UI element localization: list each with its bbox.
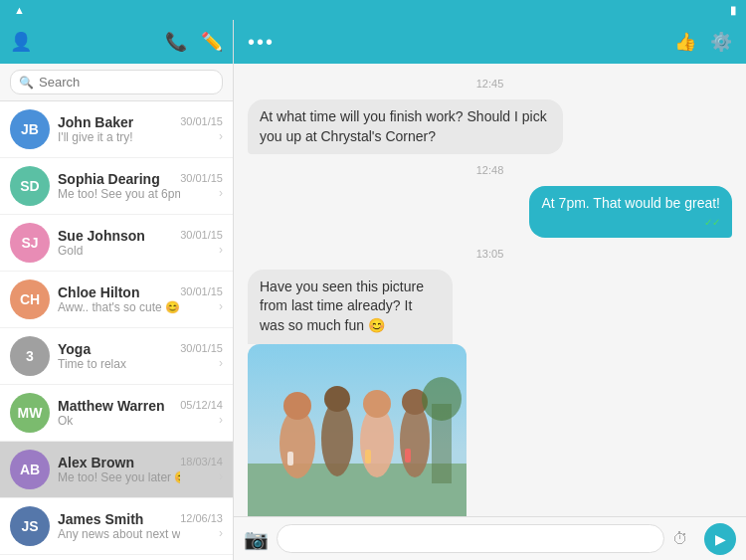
contact-name: John Baker — [58, 114, 180, 130]
contact-meta: 30/01/15 › — [180, 342, 223, 370]
wifi-icon: ▲ — [14, 4, 25, 16]
contact-name: Chloe Hilton — [58, 284, 180, 300]
call-icon[interactable]: 📞 — [165, 31, 187, 53]
message-timestamp: 12:45 — [248, 78, 732, 90]
contact-name: Yoga — [58, 341, 180, 357]
search-input[interactable] — [39, 75, 214, 90]
contact-preview: Aww.. that's so cute 😊 — [58, 300, 180, 314]
contact-date: 30/01/15 — [180, 342, 223, 354]
contact-date: 18/03/14 — [180, 456, 223, 467]
input-bar: 📷 ⏱ ▶ — [234, 516, 746, 560]
contact-meta: 30/01/15 › — [180, 285, 223, 313]
contact-item[interactable]: AB Alex Brown Me too! See you later 😊 18… — [0, 442, 233, 498]
contact-info: Alex Brown Me too! See you later 😊 — [58, 455, 180, 484]
contact-info: Yoga Time to relax — [58, 341, 180, 371]
message-row: At 7pm. That would be great!✓✓ — [248, 186, 732, 238]
contact-item[interactable]: JB John Baker I'll give it a try! 30/01/… — [0, 101, 233, 158]
contact-item[interactable]: 3 Yoga Time to relax 30/01/15 › — [0, 328, 233, 385]
message-image — [248, 344, 466, 516]
message-timestamp: 13:05 — [248, 248, 732, 260]
contact-name: James Smith — [58, 511, 180, 527]
contact-date: 05/12/14 — [180, 399, 223, 411]
contact-name: Sophia Dearing — [58, 171, 180, 187]
chat-header-actions: 👍 ⚙️ — [674, 31, 732, 53]
svg-point-5 — [324, 386, 350, 412]
contact-date: 30/01/15 — [180, 172, 223, 184]
svg-point-4 — [321, 401, 353, 476]
contact-meta: 30/01/15 › — [180, 115, 223, 143]
search-input-wrap: 🔍 — [10, 70, 223, 94]
contact-info: Sophia Dearing Me too! See you at 6pm 🍕 — [58, 171, 180, 201]
checkmark-icon: ✓✓ — [704, 216, 720, 230]
contact-meta: 18/03/14 › — [180, 456, 223, 483]
avatar: JS — [10, 506, 50, 546]
main-container: 👤 📞 ✏️ 🔍 JB John Baker I'll give it a tr… — [0, 20, 746, 560]
messages-container: 12:45At what time will you finish work? … — [234, 64, 746, 516]
svg-point-8 — [400, 404, 430, 477]
message-input[interactable] — [277, 524, 664, 553]
send-button[interactable]: ▶ — [704, 523, 736, 555]
chevron-icon: › — [219, 413, 223, 427]
contact-preview: Any news about next week? — [58, 527, 180, 541]
contact-item[interactable]: CH Chloe Hilton Aww.. that's so cute 😊 3… — [0, 272, 233, 328]
contacts-icon[interactable]: 👤 — [10, 31, 32, 53]
message-row: At what time will you finish work? Shoul… — [248, 99, 732, 154]
status-right: ▮ — [726, 4, 736, 17]
contact-item[interactable]: SC Sofia Collister Love this one too! 💜 … — [0, 555, 233, 560]
svg-point-3 — [283, 392, 311, 420]
contact-item[interactable]: JS James Smith Any news about next week?… — [0, 498, 233, 555]
contact-name: Alex Brown — [58, 455, 180, 470]
svg-rect-11 — [365, 450, 371, 464]
image-bubble: Have you seen this picture from last tim… — [248, 270, 563, 516]
camera-button[interactable]: 📷 — [244, 527, 269, 551]
avatar: JB — [10, 109, 50, 149]
search-bar: 🔍 — [0, 64, 233, 101]
contact-item[interactable]: SJ Sue Johnson Gold 30/01/15 › — [0, 215, 233, 272]
chevron-icon: › — [219, 186, 223, 200]
message-bubble: At 7pm. That would be great!✓✓ — [529, 186, 732, 238]
avatar: MW — [10, 393, 50, 433]
contact-preview: Me too! See you later 😊 — [58, 470, 180, 484]
contact-info: James Smith Any news about next week? — [58, 511, 180, 541]
compose-icon[interactable]: ✏️ — [201, 31, 223, 53]
svg-rect-12 — [405, 449, 411, 463]
contact-meta: 05/12/14 › — [180, 399, 223, 427]
sidebar-header: 👤 📞 ✏️ — [0, 20, 233, 64]
contact-name: Sue Johnson — [58, 228, 180, 244]
thumbs-up-icon[interactable]: 👍 — [674, 31, 696, 53]
bubble-text-above: Have you seen this picture from last tim… — [248, 270, 453, 344]
battery-icon: ▮ — [730, 4, 736, 17]
contact-info: Chloe Hilton Aww.. that's so cute 😊 — [58, 284, 180, 314]
chevron-icon: › — [219, 243, 223, 257]
contact-list: JB John Baker I'll give it a try! 30/01/… — [0, 101, 233, 560]
contact-preview: I'll give it a try! — [58, 130, 180, 144]
chat-area: ••• 👍 ⚙️ 12:45At what time will you fini… — [234, 20, 746, 560]
contact-meta: 30/01/15 › — [180, 172, 223, 200]
chevron-icon: › — [219, 469, 223, 483]
contact-preview: Ok — [58, 414, 180, 428]
avatar: 3 — [10, 336, 50, 376]
chevron-icon: › — [219, 299, 223, 313]
contact-info: Matthew Warren Ok — [58, 398, 180, 428]
search-icon: 🔍 — [19, 76, 34, 90]
contact-info: John Baker I'll give it a try! — [58, 114, 180, 144]
chevron-icon: › — [219, 129, 223, 143]
avatar: SJ — [10, 223, 50, 263]
contact-preview: Me too! See you at 6pm 🍕 — [58, 187, 180, 201]
chevron-icon: › — [219, 356, 223, 370]
avatar: SD — [10, 166, 50, 206]
chevron-icon: › — [219, 526, 223, 540]
chat-header: ••• 👍 ⚙️ — [234, 20, 746, 64]
avatar: CH — [10, 280, 50, 319]
settings-icon[interactable]: ⚙️ — [710, 31, 732, 53]
svg-point-7 — [363, 390, 391, 418]
message-bubble: At what time will you finish work? Shoul… — [248, 99, 563, 154]
sidebar: 👤 📞 ✏️ 🔍 JB John Baker I'll give it a tr… — [0, 20, 234, 560]
svg-point-14 — [422, 377, 462, 421]
message-timestamp: 12:48 — [248, 164, 732, 176]
contact-item[interactable]: MW Matthew Warren Ok 05/12/14 › — [0, 385, 233, 442]
contact-item[interactable]: SD Sophia Dearing Me too! See you at 6pm… — [0, 158, 233, 215]
chat-dots[interactable]: ••• — [248, 31, 275, 54]
contact-info: Sue Johnson Gold — [58, 228, 180, 258]
contact-date: 12/06/13 — [180, 512, 223, 524]
